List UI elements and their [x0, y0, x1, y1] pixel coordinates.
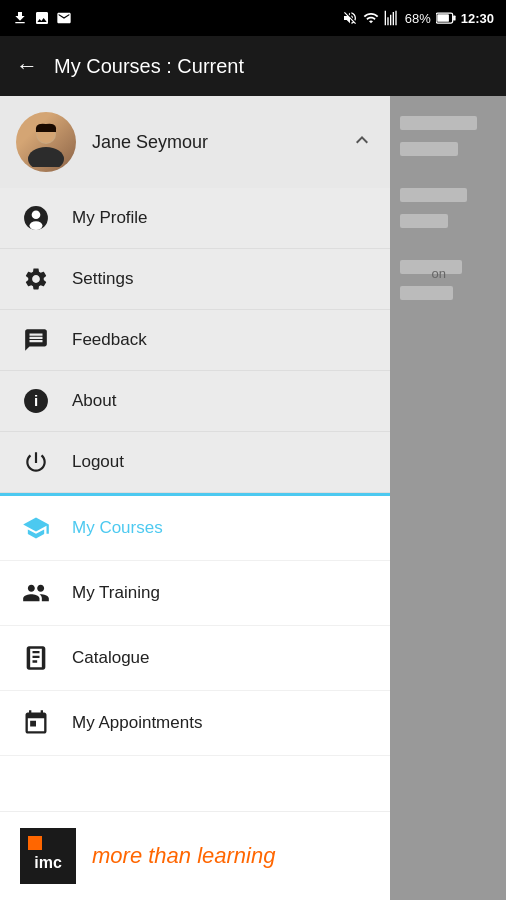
menu-list: My Profile Settings Feedback i	[0, 188, 390, 493]
background-content	[390, 96, 506, 320]
svg-rect-1	[437, 14, 449, 22]
content-line-4	[400, 214, 448, 228]
signal-icon	[384, 10, 400, 26]
time-display: 12:30	[461, 11, 494, 26]
main-content: Jane Seymour My Profile Settings	[0, 96, 506, 900]
overlay-label: on	[432, 266, 446, 281]
content-line-6	[400, 286, 453, 300]
menu-label-about: About	[72, 391, 116, 411]
nav-label-my-appointments: My Appointments	[72, 713, 202, 733]
header: ← My Courses : Current	[0, 36, 506, 96]
nav-list: My Courses My Training Catalogue	[0, 496, 390, 811]
back-button[interactable]: ←	[16, 53, 38, 79]
svg-rect-2	[453, 16, 456, 21]
menu-item-feedback[interactable]: Feedback	[0, 310, 390, 371]
menu-label-settings: Settings	[72, 269, 133, 289]
gear-icon	[20, 263, 52, 295]
nav-item-my-training[interactable]: My Training	[0, 561, 390, 626]
avatar-svg	[21, 117, 71, 167]
nav-label-catalogue: Catalogue	[72, 648, 150, 668]
logo-orange-dot	[28, 836, 42, 850]
menu-label-profile: My Profile	[72, 208, 148, 228]
svg-point-7	[32, 210, 41, 219]
wifi-icon	[363, 10, 379, 26]
status-bar-left-icons	[12, 10, 72, 26]
header-title: My Courses : Current	[54, 55, 244, 78]
calendar-icon	[20, 707, 52, 739]
avatar	[16, 112, 76, 172]
battery-icon	[436, 11, 456, 25]
nav-item-my-courses[interactable]: My Courses	[0, 496, 390, 561]
logo-section: imc more than learning	[0, 811, 390, 900]
graduation-icon	[20, 512, 52, 544]
right-overlay: on	[390, 96, 506, 900]
image-icon	[34, 10, 50, 26]
menu-item-profile[interactable]: My Profile	[0, 188, 390, 249]
training-icon	[20, 577, 52, 609]
menu-item-about[interactable]: i About	[0, 371, 390, 432]
nav-item-my-appointments[interactable]: My Appointments	[0, 691, 390, 756]
status-bar: 68% 12:30	[0, 0, 506, 36]
email-icon	[56, 10, 72, 26]
logo-brand: imc	[34, 854, 62, 872]
status-bar-right-icons: 68% 12:30	[342, 10, 494, 26]
menu-item-logout[interactable]: Logout	[0, 432, 390, 493]
menu-label-feedback: Feedback	[72, 330, 147, 350]
power-icon	[20, 446, 52, 478]
mute-icon	[342, 10, 358, 26]
content-line-1	[400, 116, 477, 130]
content-line-2	[400, 142, 458, 156]
menu-label-logout: Logout	[72, 452, 124, 472]
chevron-up-icon	[350, 128, 374, 157]
content-line-3	[400, 188, 467, 202]
download-icon	[12, 10, 28, 26]
person-icon	[20, 202, 52, 234]
imc-logo-box: imc	[20, 828, 76, 884]
nav-item-catalogue[interactable]: Catalogue	[0, 626, 390, 691]
navigation-drawer: Jane Seymour My Profile Settings	[0, 96, 390, 900]
user-name: Jane Seymour	[92, 132, 334, 153]
menu-item-settings[interactable]: Settings	[0, 249, 390, 310]
avatar-image	[16, 112, 76, 172]
logo-tagline: more than learning	[92, 843, 275, 869]
nav-label-my-courses: My Courses	[72, 518, 163, 538]
svg-point-4	[28, 147, 64, 167]
feedback-icon	[20, 324, 52, 356]
nav-label-my-training: My Training	[72, 583, 160, 603]
info-icon: i	[20, 385, 52, 417]
battery-percent: 68%	[405, 11, 431, 26]
svg-text:i: i	[34, 392, 38, 409]
user-profile-section[interactable]: Jane Seymour	[0, 96, 390, 188]
book-icon	[20, 642, 52, 674]
svg-point-8	[30, 221, 43, 230]
